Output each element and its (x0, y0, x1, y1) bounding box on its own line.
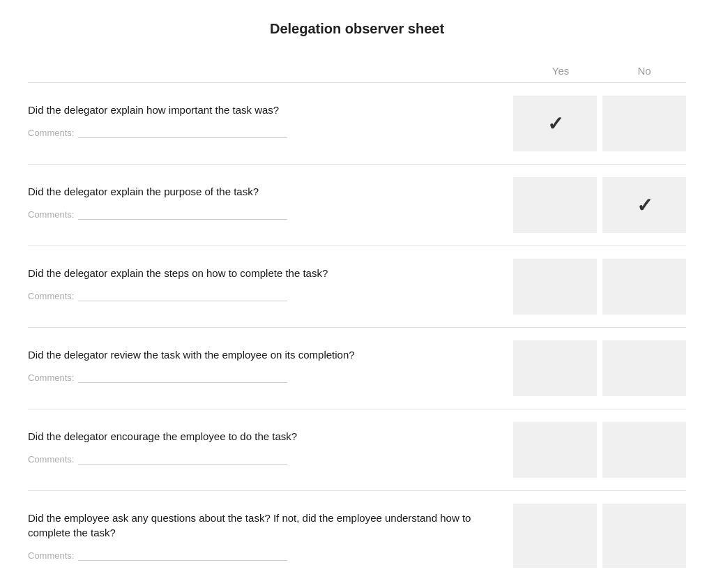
answer-cells-4 (513, 340, 686, 396)
comments-underline-4[interactable] (78, 372, 287, 383)
page-title: Delegation observer sheet (28, 21, 686, 37)
question-content-3: Did the delegator explain the steps on h… (28, 259, 513, 315)
question-content-1: Did the delegator explain how important … (28, 96, 513, 151)
no-checkmark-2: ✓ (637, 194, 653, 217)
comments-line-6: Comments: (28, 550, 499, 561)
question-text-2: Did the delegator explain the purpose of… (28, 184, 499, 199)
yes-cell-3[interactable] (513, 259, 597, 315)
yes-cell-1[interactable]: ✓ (513, 96, 597, 151)
no-cell-3[interactable] (602, 259, 686, 315)
question-text-3: Did the delegator explain the steps on h… (28, 266, 499, 280)
yes-checkmark-1: ✓ (547, 112, 563, 135)
comments-label-6: Comments: (28, 550, 74, 561)
comments-label-4: Comments: (28, 372, 74, 383)
no-cell-4[interactable] (602, 340, 686, 396)
comments-label-1: Comments: (28, 128, 74, 138)
question-row-2: Did the delegator explain the purpose of… (28, 177, 686, 233)
yes-column-header: Yes (519, 65, 602, 77)
question-text-6: Did the employee ask any questions about… (28, 511, 499, 540)
no-cell-6[interactable] (602, 504, 686, 568)
comments-underline-2[interactable] (78, 209, 287, 220)
answer-cells-3 (513, 259, 686, 315)
comments-underline-1[interactable] (78, 127, 287, 138)
question-text-1: Did the delegator explain how important … (28, 103, 499, 117)
yes-cell-4[interactable] (513, 340, 597, 396)
comments-label-5: Comments: (28, 454, 74, 465)
question-content-6: Did the employee ask any questions about… (28, 504, 513, 568)
comments-underline-5[interactable] (78, 453, 287, 465)
question-row-4: Did the delegator review the task with t… (28, 340, 686, 396)
question-content-4: Did the delegator review the task with t… (28, 340, 513, 396)
question-row-6: Did the employee ask any questions about… (28, 504, 686, 568)
no-cell-5[interactable] (602, 422, 686, 478)
answer-cells-1: ✓ (513, 96, 686, 151)
no-cell-1[interactable] (602, 96, 686, 151)
no-column-header: No (602, 65, 686, 77)
question-content-2: Did the delegator explain the purpose of… (28, 177, 513, 233)
question-row-1: Did the delegator explain how important … (28, 96, 686, 151)
question-content-5: Did the delegator encourage the employee… (28, 422, 513, 478)
comments-line-1: Comments: (28, 127, 499, 138)
question-row-3: Did the delegator explain the steps on h… (28, 259, 686, 315)
comments-label-2: Comments: (28, 209, 74, 220)
no-cell-2[interactable]: ✓ (602, 177, 686, 233)
comments-underline-3[interactable] (78, 290, 287, 301)
answer-cells-5 (513, 422, 686, 478)
yes-cell-5[interactable] (513, 422, 597, 478)
column-headers: Yes No (28, 65, 686, 77)
question-text-5: Did the delegator encourage the employee… (28, 429, 499, 444)
comments-line-3: Comments: (28, 290, 499, 301)
question-row-5: Did the delegator encourage the employee… (28, 422, 686, 478)
comments-line-2: Comments: (28, 209, 499, 220)
yes-cell-2[interactable] (513, 177, 597, 233)
yes-cell-6[interactable] (513, 504, 597, 568)
answer-cells-6 (513, 504, 686, 568)
question-text-4: Did the delegator review the task with t… (28, 347, 499, 362)
comments-underline-6[interactable] (78, 550, 287, 561)
comments-line-5: Comments: (28, 453, 499, 465)
comments-label-3: Comments: (28, 291, 74, 301)
comments-line-4: Comments: (28, 372, 499, 383)
questions-container: Did the delegator explain how important … (28, 82, 686, 568)
answer-cells-2: ✓ (513, 177, 686, 233)
